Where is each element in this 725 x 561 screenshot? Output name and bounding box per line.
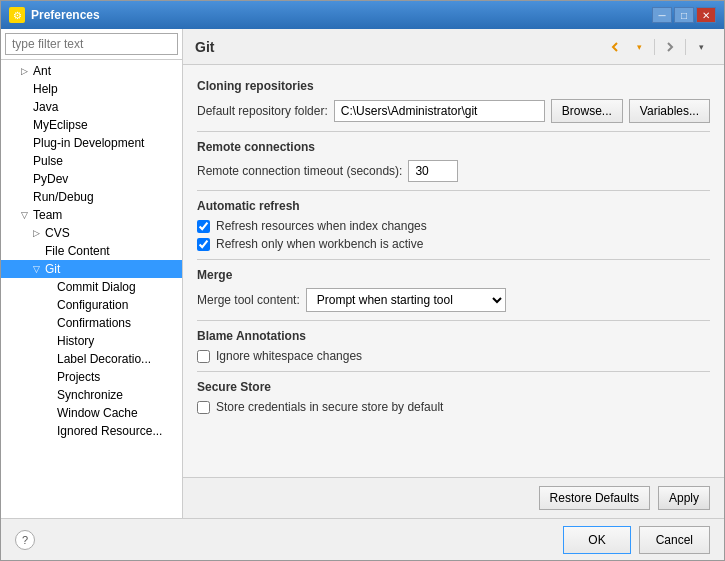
- divider-1: [197, 131, 710, 132]
- title-buttons: ─ □ ✕: [652, 7, 716, 23]
- divider-3: [197, 259, 710, 260]
- toolbar-separator: [654, 39, 655, 55]
- sidebar-item-synchronize[interactable]: Synchronize: [1, 386, 182, 404]
- search-input[interactable]: [5, 33, 178, 55]
- expand-icon-team: ▽: [21, 210, 31, 220]
- sidebar-item-java[interactable]: Java: [1, 98, 182, 116]
- sidebar-item-label: Run/Debug: [33, 190, 94, 204]
- sidebar-item-label: Projects: [57, 370, 100, 384]
- main-content-area: ▷ Ant Help Java: [1, 29, 724, 518]
- expand-icon-git: ▽: [33, 264, 43, 274]
- sidebar-item-commit-dialog[interactable]: Commit Dialog: [1, 278, 182, 296]
- window-icon: ⚙: [9, 7, 25, 23]
- bottom-bar: ? OK Cancel: [1, 518, 724, 560]
- help-button[interactable]: ?: [15, 530, 35, 550]
- tree-wrapper: ▷ Ant Help Java: [1, 60, 182, 518]
- divider-5: [197, 371, 710, 372]
- menu-button[interactable]: ▾: [690, 36, 712, 58]
- refresh-workbench-label[interactable]: Refresh only when workbench is active: [216, 237, 423, 251]
- back-button[interactable]: [604, 36, 626, 58]
- variables-button[interactable]: Variables...: [629, 99, 710, 123]
- back-icon: [608, 40, 622, 54]
- sidebar-item-window-cache[interactable]: Window Cache: [1, 404, 182, 422]
- merge-section-title: Merge: [197, 268, 710, 282]
- sidebar-item-label: Configuration: [57, 298, 128, 312]
- sidebar-item-label: Team: [33, 208, 62, 222]
- timeout-input[interactable]: [408, 160, 458, 182]
- forward-button[interactable]: [659, 36, 681, 58]
- cancel-button[interactable]: Cancel: [639, 526, 710, 554]
- credentials-label[interactable]: Store credentials in secure store by def…: [216, 400, 443, 414]
- ok-button[interactable]: OK: [563, 526, 630, 554]
- dropdown-back-button[interactable]: ▾: [628, 36, 650, 58]
- sidebar-item-pulse[interactable]: Pulse: [1, 152, 182, 170]
- sidebar-item-history[interactable]: History: [1, 332, 182, 350]
- sidebar-item-confirmations[interactable]: Confirmations: [1, 314, 182, 332]
- merge-tool-select[interactable]: Prompt when starting tool Workspace Stag…: [306, 288, 506, 312]
- bottom-left: ?: [15, 530, 35, 550]
- settings-content: Cloning repositories Default repository …: [183, 65, 724, 477]
- refresh-workbench-checkbox[interactable]: [197, 238, 210, 251]
- main-panel: Git ▾ ▾: [183, 29, 724, 518]
- tree: ▷ Ant Help Java: [1, 60, 182, 518]
- refresh-index-label[interactable]: Refresh resources when index changes: [216, 219, 427, 233]
- sidebar-item-help[interactable]: Help: [1, 80, 182, 98]
- apply-button[interactable]: Apply: [658, 486, 710, 510]
- restore-defaults-button[interactable]: Restore Defaults: [539, 486, 650, 510]
- secure-store-section-title: Secure Store: [197, 380, 710, 394]
- sidebar-item-label: Git: [45, 262, 60, 276]
- close-button[interactable]: ✕: [696, 7, 716, 23]
- timeout-row: Remote connection timeout (seconds):: [197, 160, 710, 182]
- maximize-button[interactable]: □: [674, 7, 694, 23]
- sidebar-item-label: MyEclipse: [33, 118, 88, 132]
- sidebar-item-projects[interactable]: Projects: [1, 368, 182, 386]
- main-footer: Restore Defaults Apply: [183, 477, 724, 518]
- whitespace-checkbox[interactable]: [197, 350, 210, 363]
- cloning-section-title: Cloning repositories: [197, 79, 710, 93]
- expand-icon-cvs: ▷: [33, 228, 43, 238]
- whitespace-label[interactable]: Ignore whitespace changes: [216, 349, 362, 363]
- sidebar-item-label: Window Cache: [57, 406, 138, 420]
- sidebar-item-label: Confirmations: [57, 316, 131, 330]
- sidebar-item-label: CVS: [45, 226, 70, 240]
- sidebar-item-label-decorations[interactable]: Label Decoratio...: [1, 350, 182, 368]
- sidebar-item-git[interactable]: ▽ Git: [1, 260, 182, 278]
- title-bar: ⚙ Preferences ─ □ ✕: [1, 1, 724, 29]
- minimize-button[interactable]: ─: [652, 7, 672, 23]
- sidebar: ▷ Ant Help Java: [1, 29, 183, 518]
- sidebar-item-team[interactable]: ▽ Team: [1, 206, 182, 224]
- timeout-label: Remote connection timeout (seconds):: [197, 164, 402, 178]
- divider-2: [197, 190, 710, 191]
- sidebar-item-configuration[interactable]: Configuration: [1, 296, 182, 314]
- sidebar-item-ant[interactable]: ▷ Ant: [1, 62, 182, 80]
- sidebar-item-label: Synchronize: [57, 388, 123, 402]
- default-folder-label: Default repository folder:: [197, 104, 328, 118]
- window-title: Preferences: [31, 8, 100, 22]
- sidebar-item-cvs[interactable]: ▷ CVS: [1, 224, 182, 242]
- sidebar-item-myeclipse[interactable]: MyEclipse: [1, 116, 182, 134]
- page-title: Git: [195, 39, 214, 55]
- toolbar-icons: ▾ ▾: [604, 36, 712, 58]
- sidebar-item-ignored-resources[interactable]: Ignored Resource...: [1, 422, 182, 440]
- refresh-index-row: Refresh resources when index changes: [197, 219, 710, 233]
- whitespace-row: Ignore whitespace changes: [197, 349, 710, 363]
- credentials-row: Store credentials in secure store by def…: [197, 400, 710, 414]
- refresh-index-checkbox[interactable]: [197, 220, 210, 233]
- credentials-checkbox[interactable]: [197, 401, 210, 414]
- divider-4: [197, 320, 710, 321]
- toolbar-separator-2: [685, 39, 686, 55]
- sidebar-item-label: Plug-in Development: [33, 136, 144, 150]
- sidebar-item-label: Help: [33, 82, 58, 96]
- default-folder-input[interactable]: [334, 100, 545, 122]
- title-bar-left: ⚙ Preferences: [9, 7, 100, 23]
- sidebar-item-pydev[interactable]: PyDev: [1, 170, 182, 188]
- sidebar-item-label: File Content: [45, 244, 110, 258]
- sidebar-item-label: Commit Dialog: [57, 280, 136, 294]
- sidebar-item-label: Label Decoratio...: [57, 352, 151, 366]
- browse-button[interactable]: Browse...: [551, 99, 623, 123]
- sidebar-item-plugin-dev[interactable]: Plug-in Development: [1, 134, 182, 152]
- sidebar-item-file-content[interactable]: File Content: [1, 242, 182, 260]
- sidebar-item-label: Ant: [33, 64, 51, 78]
- sidebar-item-rundebug[interactable]: Run/Debug: [1, 188, 182, 206]
- sidebar-item-label: Ignored Resource...: [57, 424, 162, 438]
